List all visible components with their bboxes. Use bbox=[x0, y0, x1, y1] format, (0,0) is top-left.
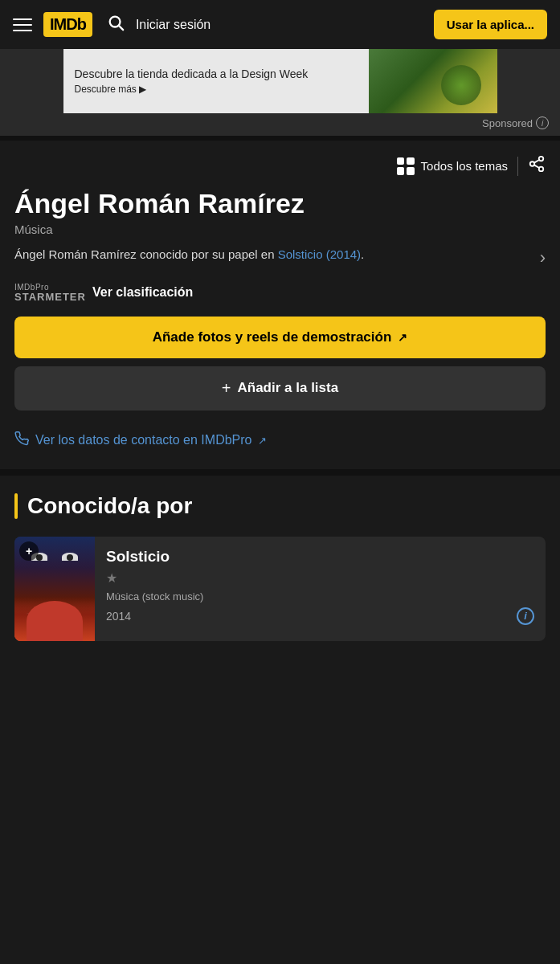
header: IMDb Iniciar sesión Usar la aplica... bbox=[0, 0, 560, 49]
imdb-logo[interactable]: IMDb bbox=[43, 12, 92, 37]
star-row: ★ bbox=[106, 570, 534, 586]
sponsored-label: Sponsored bbox=[482, 117, 533, 129]
ad-image bbox=[369, 49, 497, 113]
contact-external-icon: ↗ bbox=[258, 435, 267, 447]
known-for-section: Conocido/a por + bbox=[0, 476, 560, 659]
poster-add-icon[interactable]: + bbox=[19, 541, 39, 561]
svg-line-6 bbox=[534, 160, 539, 163]
starmeter-label: IMDbPro STARMETER bbox=[14, 284, 86, 302]
sponsored-info-icon[interactable]: i bbox=[536, 116, 549, 129]
app-button[interactable]: Usar la aplica... bbox=[434, 10, 547, 39]
search-button[interactable] bbox=[107, 14, 125, 36]
section-accent-bar bbox=[14, 493, 18, 519]
add-list-label: Añadir a la lista bbox=[238, 380, 339, 396]
movie-poster: + SOLSTICIO bbox=[14, 537, 95, 641]
svg-line-5 bbox=[534, 165, 539, 168]
ad-title: Descubre la tienda dedicada a la Design … bbox=[75, 67, 309, 80]
login-button[interactable]: Iniciar sesión bbox=[136, 18, 423, 32]
ad-section: Descubre la tienda dedicada a la Design … bbox=[0, 49, 560, 136]
movie-genre: Música (stock music) bbox=[106, 590, 534, 602]
profile-name: Ángel Román Ramírez bbox=[14, 188, 546, 219]
add-photos-label: Añade fotos y reels de demostración bbox=[153, 329, 392, 345]
section-header: Conocido/a por bbox=[14, 493, 546, 519]
phone-icon bbox=[14, 431, 29, 450]
all-themes-label: Todos los temas bbox=[421, 159, 508, 173]
bio-link[interactable]: Solsticio (2014) bbox=[278, 247, 361, 261]
movie-year: 2014 bbox=[106, 610, 131, 623]
movie-title: Solsticio bbox=[106, 548, 534, 566]
movie-info: Solsticio ★ Música (stock music) 2014 i bbox=[95, 537, 546, 641]
sponsored-row: Sponsored i bbox=[0, 113, 560, 136]
star-icon: ★ bbox=[106, 570, 117, 586]
profile-bio: Ángel Román Ramírez conocido por su pape… bbox=[14, 246, 364, 264]
section-divider-2 bbox=[0, 469, 560, 476]
section-title: Conocido/a por bbox=[27, 493, 192, 519]
profile-section: Todos los temas Ángel Román Ramírez Músi… bbox=[0, 141, 560, 469]
profile-top-row: Todos los temas bbox=[14, 155, 546, 177]
bio-expand-icon[interactable]: › bbox=[540, 247, 546, 268]
vertical-divider bbox=[517, 157, 518, 176]
view-ranking-button[interactable]: Ver clasificación bbox=[92, 285, 193, 300]
ad-banner[interactable]: Descubre la tienda dedicada a la Design … bbox=[63, 49, 497, 113]
bio-row: Ángel Román Ramírez conocido por su pape… bbox=[14, 246, 546, 269]
starmeter-row: IMDbPro STARMETER Ver clasificación bbox=[14, 284, 546, 302]
share-button[interactable] bbox=[528, 155, 546, 177]
contact-link-row: Ver los datos de contacto en IMDbPro ↗ bbox=[14, 425, 546, 453]
bio-suffix: . bbox=[361, 247, 364, 261]
ad-subtitle: Descubre más ▶ bbox=[75, 84, 309, 95]
bio-prefix: Ángel Román Ramírez conocido por su pape… bbox=[14, 247, 278, 261]
movie-card: + SOLSTICIO bbox=[14, 537, 546, 641]
external-link-icon: ↗ bbox=[398, 331, 407, 344]
starmeter-text: STARMETER bbox=[14, 292, 86, 302]
grid-icon bbox=[397, 157, 415, 175]
plus-icon: + bbox=[222, 379, 231, 398]
add-photos-button[interactable]: Añade fotos y reels de demostración ↗ bbox=[14, 317, 546, 358]
movie-year-row: 2014 i bbox=[106, 607, 534, 625]
profile-role: Música bbox=[14, 223, 546, 236]
all-themes-button[interactable]: Todos los temas bbox=[397, 157, 508, 175]
contact-link[interactable]: Ver los datos de contacto en IMDbPro bbox=[35, 433, 251, 447]
movie-info-icon[interactable]: i bbox=[517, 607, 534, 625]
add-list-button[interactable]: + Añadir a la lista bbox=[14, 366, 546, 411]
menu-button[interactable] bbox=[13, 18, 32, 31]
svg-line-1 bbox=[119, 26, 123, 30]
